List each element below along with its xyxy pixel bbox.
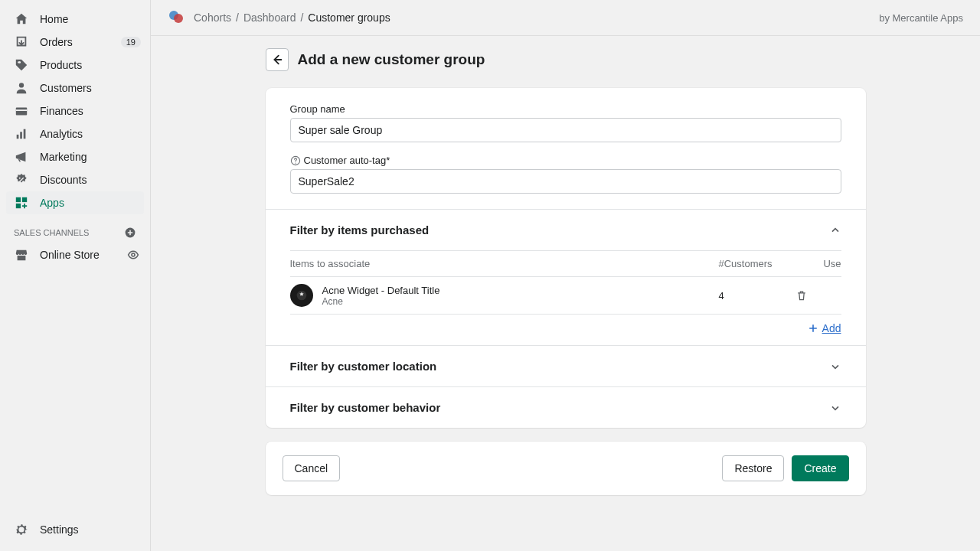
svg-rect-3	[16, 109, 27, 111]
items-table: Items to associate #Customers Use Acne W…	[266, 250, 866, 345]
group-name-input[interactable]	[290, 118, 841, 142]
items-table-header: Items to associate #Customers Use	[290, 250, 841, 277]
svg-rect-4	[17, 135, 19, 139]
filter-behavior-title: Filter by customer behavior	[290, 401, 441, 414]
nav-list: Home Orders 19 Products Customers Fina	[0, 8, 150, 214]
settings-label: Settings	[40, 523, 79, 536]
sidebar-item-label: Marketing	[40, 151, 87, 163]
svg-rect-9	[16, 197, 21, 202]
channel-online-store[interactable]: Online Store	[0, 243, 150, 266]
form-card: Group name Customer auto-tag*	[266, 88, 866, 428]
home-icon	[14, 11, 29, 27]
create-button[interactable]: Create	[792, 455, 848, 481]
main: Cohorts / Dashboard / Customer groups by…	[151, 0, 980, 551]
svg-point-8	[22, 181, 24, 182]
sidebar-item-settings[interactable]: Settings	[0, 514, 150, 551]
svg-point-1	[19, 83, 24, 87]
filter-location-title: Filter by customer location	[290, 360, 437, 373]
channel-label: Online Store	[40, 249, 100, 261]
svg-rect-6	[24, 129, 26, 139]
item-customers: 4	[719, 290, 795, 302]
orders-icon	[14, 34, 29, 50]
sidebar-item-finances[interactable]: Finances	[6, 99, 144, 122]
sidebar-item-label: Products	[40, 59, 82, 71]
col-item-header: Items to associate	[290, 258, 719, 269]
gear-icon	[14, 522, 29, 537]
product-thumb-icon	[290, 284, 313, 307]
tag-icon	[14, 57, 29, 73]
chevron-up-icon	[829, 224, 841, 236]
svg-point-7	[19, 178, 21, 179]
filter-items-header[interactable]: Filter by items purchased	[266, 210, 866, 250]
chart-icon	[14, 126, 29, 142]
filter-location-header[interactable]: Filter by customer location	[266, 346, 866, 386]
sidebar-item-label: Analytics	[40, 128, 83, 140]
sidebar-item-marketing[interactable]: Marketing	[6, 145, 144, 168]
discount-icon	[14, 172, 29, 187]
crumb-sep: /	[236, 11, 239, 24]
add-channel-button[interactable]	[124, 227, 136, 239]
sidebar-item-analytics[interactable]: Analytics	[6, 122, 144, 145]
sidebar-item-orders[interactable]: Orders 19	[6, 31, 144, 54]
page-header: Add a new customer group	[266, 48, 866, 71]
store-icon	[14, 247, 29, 262]
col-use-header: Use	[795, 258, 841, 269]
sales-channels-header: SALES CHANNELS	[0, 214, 150, 243]
svg-rect-10	[22, 197, 27, 202]
plus-icon	[807, 322, 819, 334]
orders-badge: 19	[121, 37, 141, 47]
sidebar-item-apps[interactable]: Apps	[6, 191, 144, 214]
megaphone-icon	[14, 149, 29, 165]
svg-rect-5	[20, 132, 22, 139]
svg-point-16	[174, 14, 183, 23]
sidebar-item-products[interactable]: Products	[6, 54, 144, 77]
table-row: Acne Widget - Default Title Acne 4	[290, 277, 841, 315]
sales-channels-label: SALES CHANNELS	[14, 228, 89, 237]
crumb-current: Customer groups	[308, 11, 390, 24]
chevron-down-icon	[829, 402, 841, 414]
restore-button[interactable]: Restore	[722, 455, 784, 481]
svg-point-0	[18, 61, 19, 63]
sidebar-item-label: Finances	[40, 105, 83, 117]
group-name-label: Group name	[290, 103, 841, 115]
trash-icon	[795, 289, 808, 302]
autotag-input[interactable]	[290, 169, 841, 194]
item-vendor: Acne	[322, 296, 440, 307]
crumb-dashboard[interactable]: Dashboard	[243, 11, 296, 24]
sidebar-item-label: Discounts	[40, 174, 87, 186]
item-name: Acne Widget - Default Title	[322, 285, 440, 296]
svg-rect-2	[16, 108, 27, 116]
sidebar-item-label: Orders	[40, 36, 73, 48]
page-title: Add a new customer group	[298, 51, 485, 68]
view-store-button[interactable]	[127, 249, 139, 261]
sidebar-item-customers[interactable]: Customers	[6, 77, 144, 99]
apps-icon	[14, 195, 29, 210]
arrow-left-icon	[270, 53, 284, 67]
sidebar-item-home[interactable]: Home	[6, 8, 144, 31]
sidebar-item-label: Apps	[40, 197, 64, 209]
add-item-button[interactable]: Add	[807, 322, 841, 334]
sidebar-item-discounts[interactable]: Discounts	[6, 168, 144, 191]
person-icon	[14, 80, 29, 96]
byline: by Mercantile Apps	[879, 12, 963, 24]
sidebar-item-label: Customers	[40, 82, 92, 94]
autotag-label: Customer auto-tag*	[290, 155, 841, 166]
delete-row-button[interactable]	[795, 289, 841, 302]
back-button[interactable]	[266, 48, 289, 71]
sidebar: Home Orders 19 Products Customers Fina	[0, 0, 151, 551]
help-icon[interactable]	[290, 155, 301, 166]
cancel-button[interactable]: Cancel	[283, 455, 341, 481]
svg-rect-11	[16, 204, 21, 208]
filter-behavior-header[interactable]: Filter by customer behavior	[266, 387, 866, 428]
content: Add a new customer group Group name Cust…	[151, 36, 980, 551]
svg-point-13	[132, 253, 135, 256]
crumb-app[interactable]: Cohorts	[194, 11, 231, 24]
sidebar-item-label: Home	[40, 13, 68, 25]
breadcrumb: Cohorts / Dashboard / Customer groups	[168, 9, 390, 26]
finances-icon	[14, 103, 29, 119]
filter-items-title: Filter by items purchased	[290, 223, 430, 236]
crumb-sep: /	[300, 11, 303, 24]
col-customers-header: #Customers	[719, 258, 795, 269]
chevron-down-icon	[829, 360, 841, 373]
topbar: Cohorts / Dashboard / Customer groups by…	[151, 0, 980, 36]
